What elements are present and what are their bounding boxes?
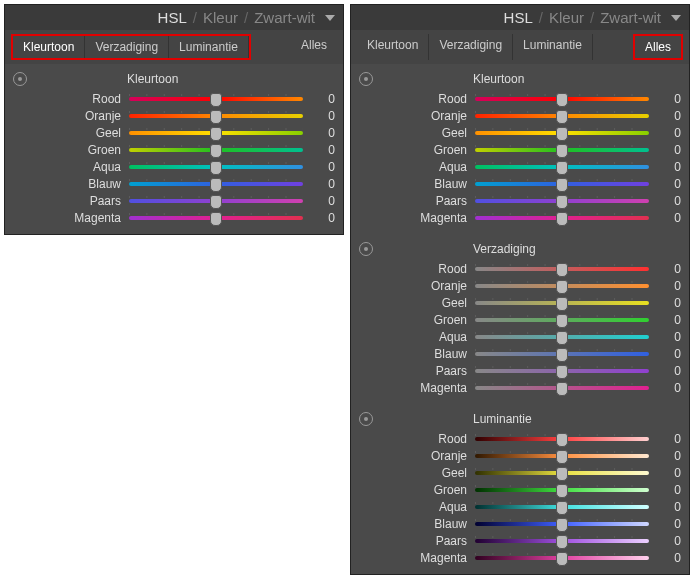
slider-lum-paars[interactable] (475, 534, 649, 548)
chevron-down-icon[interactable] (325, 15, 335, 21)
value[interactable]: 0 (657, 551, 681, 565)
slider-handle[interactable] (556, 178, 568, 192)
value[interactable]: 0 (311, 109, 335, 123)
tab-luminantie[interactable]: Luminantie (513, 34, 593, 60)
slider-handle[interactable] (556, 433, 568, 447)
tab-kleurtoon[interactable]: Kleurtoon (13, 36, 85, 58)
slider-hue-rood[interactable] (129, 92, 303, 106)
slider-sat-geel[interactable] (475, 296, 649, 310)
slider-handle[interactable] (556, 280, 568, 294)
value[interactable]: 0 (311, 92, 335, 106)
target-adjust-icon[interactable] (359, 72, 373, 86)
value[interactable]: 0 (311, 194, 335, 208)
slider-handle[interactable] (556, 535, 568, 549)
slider-hue-rood[interactable] (475, 92, 649, 106)
slider-lum-oranje[interactable] (475, 449, 649, 463)
breadcrumb-zwartwit[interactable]: Zwart-wit (254, 9, 315, 26)
slider-handle[interactable] (556, 365, 568, 379)
value[interactable]: 0 (657, 92, 681, 106)
target-adjust-icon[interactable] (359, 242, 373, 256)
value[interactable]: 0 (657, 449, 681, 463)
slider-handle[interactable] (556, 144, 568, 158)
slider-handle[interactable] (556, 501, 568, 515)
slider-sat-oranje[interactable] (475, 279, 649, 293)
slider-lum-geel[interactable] (475, 466, 649, 480)
value[interactable]: 0 (657, 483, 681, 497)
slider-handle[interactable] (556, 382, 568, 396)
value[interactable]: 0 (311, 177, 335, 191)
value[interactable]: 0 (657, 381, 681, 395)
value[interactable]: 0 (657, 194, 681, 208)
slider-sat-rood[interactable] (475, 262, 649, 276)
slider-hue-paars[interactable] (129, 194, 303, 208)
slider-hue-blauw[interactable] (475, 177, 649, 191)
slider-sat-magenta[interactable] (475, 381, 649, 395)
value[interactable]: 0 (311, 160, 335, 174)
target-adjust-icon[interactable] (359, 412, 373, 426)
slider-handle[interactable] (210, 178, 222, 192)
value[interactable]: 0 (657, 500, 681, 514)
value[interactable]: 0 (657, 177, 681, 191)
slider-sat-paars[interactable] (475, 364, 649, 378)
slider-lum-groen[interactable] (475, 483, 649, 497)
slider-handle[interactable] (210, 144, 222, 158)
slider-lum-rood[interactable] (475, 432, 649, 446)
tab-luminantie[interactable]: Luminantie (169, 36, 249, 58)
slider-hue-oranje[interactable] (129, 109, 303, 123)
value[interactable]: 0 (657, 364, 681, 378)
tab-kleurtoon[interactable]: Kleurtoon (357, 34, 429, 60)
value[interactable]: 0 (657, 347, 681, 361)
slider-hue-aqua[interactable] (475, 160, 649, 174)
slider-hue-geel[interactable] (475, 126, 649, 140)
value[interactable]: 0 (657, 330, 681, 344)
slider-sat-groen[interactable] (475, 313, 649, 327)
slider-hue-paars[interactable] (475, 194, 649, 208)
value[interactable]: 0 (657, 466, 681, 480)
slider-handle[interactable] (556, 331, 568, 345)
value[interactable]: 0 (311, 143, 335, 157)
slider-sat-aqua[interactable] (475, 330, 649, 344)
slider-handle[interactable] (210, 212, 222, 226)
tab-alles[interactable]: Alles (635, 36, 681, 58)
slider-sat-blauw[interactable] (475, 347, 649, 361)
slider-handle[interactable] (556, 450, 568, 464)
slider-hue-oranje[interactable] (475, 109, 649, 123)
slider-handle[interactable] (210, 161, 222, 175)
chevron-down-icon[interactable] (671, 15, 681, 21)
tab-verzadiging[interactable]: Verzadiging (429, 34, 513, 60)
breadcrumb-zwartwit[interactable]: Zwart-wit (600, 9, 661, 26)
value[interactable]: 0 (311, 211, 335, 225)
value[interactable]: 0 (311, 126, 335, 140)
slider-handle[interactable] (556, 467, 568, 481)
slider-handle[interactable] (556, 297, 568, 311)
slider-handle[interactable] (210, 93, 222, 107)
value[interactable]: 0 (657, 262, 681, 276)
slider-hue-groen[interactable] (475, 143, 649, 157)
breadcrumb-hsl[interactable]: HSL (158, 9, 187, 26)
slider-handle[interactable] (556, 212, 568, 226)
slider-handle[interactable] (556, 314, 568, 328)
slider-lum-blauw[interactable] (475, 517, 649, 531)
slider-hue-blauw[interactable] (129, 177, 303, 191)
slider-hue-groen[interactable] (129, 143, 303, 157)
value[interactable]: 0 (657, 126, 681, 140)
slider-handle[interactable] (556, 348, 568, 362)
value[interactable]: 0 (657, 160, 681, 174)
value[interactable]: 0 (657, 313, 681, 327)
slider-lum-magenta[interactable] (475, 551, 649, 565)
slider-handle[interactable] (556, 195, 568, 209)
value[interactable]: 0 (657, 109, 681, 123)
tab-verzadiging[interactable]: Verzadiging (85, 36, 169, 58)
value[interactable]: 0 (657, 143, 681, 157)
slider-handle[interactable] (556, 93, 568, 107)
slider-handle[interactable] (556, 484, 568, 498)
value[interactable]: 0 (657, 432, 681, 446)
value[interactable]: 0 (657, 296, 681, 310)
slider-hue-geel[interactable] (129, 126, 303, 140)
target-adjust-icon[interactable] (13, 72, 27, 86)
breadcrumb-hsl[interactable]: HSL (504, 9, 533, 26)
slider-handle[interactable] (210, 127, 222, 141)
slider-handle[interactable] (556, 110, 568, 124)
tab-alles[interactable]: Alles (291, 34, 337, 60)
value[interactable]: 0 (657, 517, 681, 531)
